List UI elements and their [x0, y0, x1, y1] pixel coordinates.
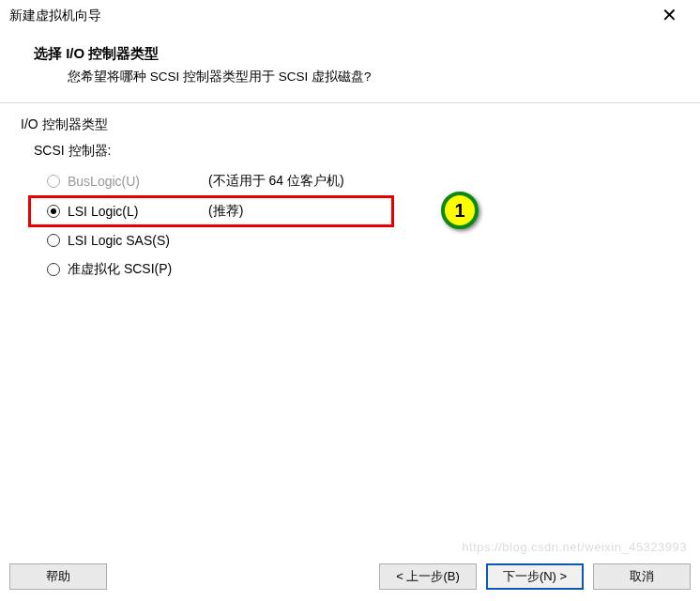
option-buslogic: BusLogic(U) (不适用于 64 位客户机) — [47, 173, 676, 190]
header-title: 选择 I/O 控制器类型 — [34, 45, 666, 63]
header-subtitle: 您希望将哪种 SCSI 控制器类型用于 SCSI 虚拟磁盘? — [68, 69, 666, 85]
option-label: BusLogic(U) — [68, 174, 208, 189]
option-note: (推荐) — [208, 203, 243, 220]
option-label: 准虚拟化 SCSI(P) — [68, 261, 208, 278]
content-panel: I/O 控制器类型 SCSI 控制器: BusLogic(U) (不适用于 64… — [15, 111, 685, 295]
option-lsilogic[interactable]: LSI Logic(L) (推荐) 1 — [47, 203, 676, 220]
back-button[interactable]: < 上一步(B) — [379, 563, 477, 590]
watermark: https://blog.csdn.net/weixin_45323993 — [462, 540, 687, 554]
group-title: I/O 控制器类型 — [21, 116, 676, 133]
footer: 帮助 < 上一步(B) 下一步(N) > 取消 — [0, 560, 700, 601]
close-icon[interactable]: ✕ — [656, 4, 683, 26]
option-note: (不适用于 64 位客户机) — [208, 173, 344, 190]
radio-pvscsi[interactable] — [47, 263, 60, 276]
radio-lsilogic[interactable] — [47, 205, 60, 218]
radio-lsisas[interactable] — [47, 234, 60, 247]
option-label: LSI Logic SAS(S) — [68, 233, 208, 248]
help-button[interactable]: 帮助 — [9, 563, 107, 590]
controller-label: SCSI 控制器: — [34, 143, 676, 160]
window-title: 新建虚拟机向导 — [9, 8, 101, 24]
option-lsisas[interactable]: LSI Logic SAS(S) — [47, 233, 676, 248]
radio-buslogic — [47, 175, 60, 188]
next-button[interactable]: 下一步(N) > — [486, 563, 584, 590]
cancel-button[interactable]: 取消 — [593, 563, 691, 590]
annotation-badge: 1 — [441, 192, 479, 229]
option-label: LSI Logic(L) — [68, 204, 208, 219]
option-pvscsi[interactable]: 准虚拟化 SCSI(P) — [47, 261, 676, 278]
wizard-header: 选择 I/O 控制器类型 您希望将哪种 SCSI 控制器类型用于 SCSI 虚拟… — [0, 30, 700, 102]
